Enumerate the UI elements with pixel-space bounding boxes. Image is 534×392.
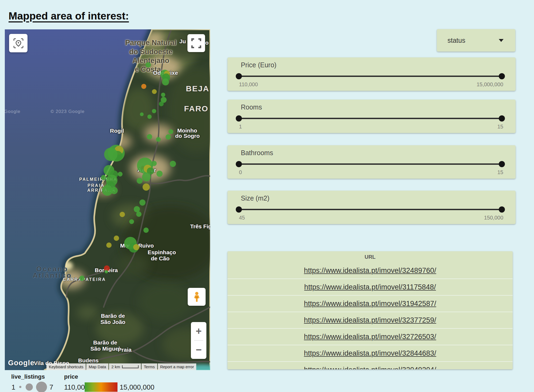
listing-dot[interactable] [136,211,142,217]
bathrooms-slider-card: Bathrooms 0 15 [227,145,516,179]
listing-dot[interactable] [166,134,171,140]
url-link[interactable]: https://www.idealista.pt/imovel/31175848… [304,283,436,291]
rooms-slider-handle-min[interactable] [236,115,242,121]
table-row: https://www.idealista.pt/imovel/32844683… [227,345,513,361]
size-slider-handle-min[interactable] [236,206,242,213]
url-link[interactable]: https://www.idealista.pt/imovel/32377259… [304,316,436,324]
listing-dot[interactable] [170,161,176,167]
keyboard-shortcuts-button[interactable]: Keyboard shortcuts [46,363,86,370]
legend-dot-large [36,382,47,392]
listing-dot[interactable] [137,178,143,184]
legend-size-min: 1 [11,383,15,391]
size-slider-handle-max[interactable] [499,206,505,213]
listing-dot[interactable] [105,270,108,273]
price-slider-label: Price (Euro) [241,61,276,69]
listing-dot[interactable] [133,244,139,250]
price-gradient-bar [85,382,117,392]
listing-dot[interactable] [111,187,118,194]
listing-dot[interactable] [156,171,163,177]
listing-dot[interactable] [140,112,144,116]
table-row: https://www.idealista.pt/imovel/32049204… [227,361,513,369]
rooms-slider-min: 1 [239,124,242,130]
listing-dot[interactable] [168,129,173,134]
listing-dot[interactable] [147,115,152,119]
locate-area-button[interactable] [9,34,28,52]
rooms-slider-card: Rooms 1 15 [227,100,516,133]
size-slider-track[interactable] [239,209,502,210]
price-slider-min: 110,000 [239,81,258,88]
size-slider-card: Size (m2) 45 150,000 [227,191,516,224]
listing-dot[interactable] [139,199,146,206]
status-dropdown-label: status [447,37,465,44]
listing-dot[interactable] [141,84,146,89]
zoom-in-button[interactable]: + [191,322,206,340]
listing-dot[interactable] [156,137,161,142]
listing-dot[interactable] [152,109,156,113]
map-background [5,29,210,370]
url-link[interactable]: https://www.idealista.pt/imovel/32489760… [304,266,436,275]
rooms-slider-max: 15 [497,124,503,130]
price-slider-card: Price (Euro) 110,000 15,000,000 [227,57,516,91]
map-scale: 2 km [109,363,141,370]
listing-dot[interactable] [114,236,119,241]
bathrooms-slider-label: Bathrooms [241,149,273,157]
listing-dot[interactable] [162,79,169,85]
report-map-error-link[interactable]: Report a map error [158,363,197,370]
rooms-slider-track[interactable] [239,118,502,119]
listing-dot[interactable] [104,148,117,161]
size-slider-label: Size (m2) [241,194,269,202]
price-slider-track[interactable] [239,76,502,77]
listing-dot[interactable] [120,212,125,217]
listing-dot[interactable] [151,161,157,166]
listing-dot[interactable] [143,228,149,233]
legend-size-label: live_listings [11,373,45,380]
table-row: https://www.idealista.pt/imovel/31942587… [227,295,513,312]
google-logo[interactable]: Google [8,359,34,367]
bathrooms-slider-track[interactable] [239,163,502,165]
listing-dot[interactable] [159,101,164,106]
price-slider-handle-min[interactable] [236,73,242,79]
table-row: https://www.idealista.pt/imovel/32726503… [227,328,513,345]
url-link[interactable]: https://www.idealista.pt/imovel/32049204… [304,366,436,370]
listing-dot[interactable] [142,173,151,181]
listing-dot[interactable] [118,172,123,177]
legend-color-label: price [64,373,78,380]
listing-dot[interactable] [161,93,165,97]
scale-text: 2 km [111,364,120,369]
legend-color-max: 15,000,000 [120,383,154,391]
size-slider-min: 45 [239,215,245,221]
listing-dot[interactable] [147,134,152,139]
map-canvas[interactable]: Parque Naturaldo SudoesteAlentejanoe Cos… [5,29,210,370]
terms-link[interactable]: Terms [142,363,157,370]
rooms-slider-handle-max[interactable] [499,115,505,121]
pin-viewfinder-icon [13,38,24,49]
url-link[interactable]: https://www.idealista.pt/imovel/32726503… [304,333,436,341]
map-data-button[interactable]: Map Data [86,363,108,370]
url-link[interactable]: https://www.idealista.pt/imovel/31942587… [304,300,436,308]
bathrooms-slider-handle-min[interactable] [236,161,242,167]
listing-dot[interactable] [129,219,134,224]
listing-dot[interactable] [143,183,150,191]
url-table-header: URL [227,251,513,262]
listing-dot[interactable] [152,89,157,94]
scale-bar [122,365,139,368]
zoom-out-button[interactable]: − [191,341,206,359]
fullscreen-button[interactable] [187,34,205,52]
bathrooms-slider-min: 0 [239,169,242,175]
size-slider-max: 150,000 [484,215,503,221]
pegman-icon [192,292,202,302]
listing-dot[interactable] [146,62,151,68]
pegman-button[interactable] [188,288,206,306]
status-dropdown[interactable]: status [437,29,515,52]
bathrooms-slider-handle-max[interactable] [499,161,505,167]
price-slider-handle-max[interactable] [499,73,505,79]
map-attribution-bar: Keyboard shortcuts Map Data 2 km Terms R… [46,363,210,370]
url-link[interactable]: https://www.idealista.pt/imovel/32844683… [304,349,436,358]
url-table-body: https://www.idealista.pt/imovel/32489760… [227,262,513,369]
legend-size-max: 7 [49,383,53,391]
legend-dot-medium [26,383,33,391]
listing-dot[interactable] [106,242,112,248]
rooms-slider-label: Rooms [241,103,262,111]
listing-dot[interactable] [79,276,85,281]
listing-dot[interactable] [101,175,106,180]
